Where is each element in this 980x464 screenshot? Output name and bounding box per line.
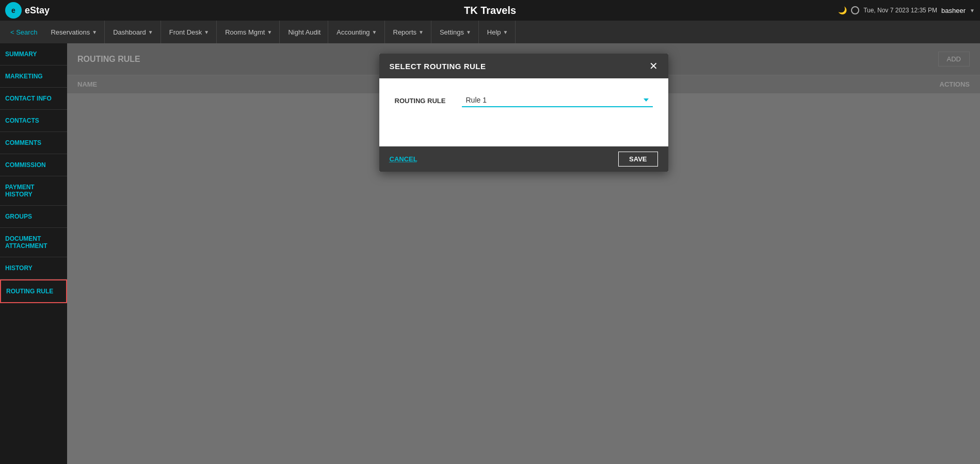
nav-label-settings: Settings	[440, 28, 464, 36]
logo-icon: e	[5, 2, 22, 19]
nav-arrow-settings: ▼	[466, 29, 471, 35]
nav-arrow-help: ▼	[503, 29, 508, 35]
username-label[interactable]: basheer	[941, 7, 966, 14]
nav-item-accounting[interactable]: Accounting ▼	[329, 21, 384, 43]
modal: SELECT ROUTING RULE ✕ ROUTING RULE Rule …	[379, 54, 668, 172]
sidebar-item-commission[interactable]: COMMISSION	[0, 154, 67, 176]
logo-area: e eStay	[5, 2, 50, 19]
content-area: ROUTING RULE ADD NAME ACTIONS SELECT ROU…	[67, 43, 980, 464]
nav-arrow-reservations: ▼	[92, 29, 97, 35]
nav-arrow-frontdesk: ▼	[204, 29, 209, 35]
user-info-area: 🌙 Tue, Nov 7 2023 12:35 PM basheer ▼	[838, 6, 975, 14]
nav-item-roomsmgmt[interactable]: Rooms Mgmt ▼	[218, 21, 280, 43]
username-arrow[interactable]: ▼	[970, 8, 975, 13]
nav-label-dashboard: Dashboard	[113, 28, 146, 36]
modal-header: SELECT ROUTING RULE ✕	[379, 54, 668, 78]
routing-rule-label: ROUTING RULE	[395, 97, 452, 105]
nav-item-nightaudit[interactable]: Night Audit	[281, 21, 328, 43]
nav-label-nightaudit: Night Audit	[288, 28, 320, 36]
top-header: e eStay TK Travels 🌙 Tue, Nov 7 2023 12:…	[0, 0, 980, 21]
sidebar-item-groups[interactable]: GROUPS	[0, 206, 67, 228]
cancel-button[interactable]: CANCEL	[390, 155, 417, 163]
nav-arrow-reports: ▼	[419, 29, 424, 35]
main-area: SUMMARY MARKETING CONTACT INFO CONTACTS …	[0, 43, 980, 464]
nav-item-dashboard[interactable]: Dashboard ▼	[106, 21, 161, 43]
nav-arrow-dashboard: ▼	[148, 29, 153, 35]
moon-icon: 🌙	[838, 6, 847, 14]
sidebar-item-history[interactable]: HISTORY	[0, 257, 67, 279]
sidebar-item-marketing[interactable]: MARKETING	[0, 65, 67, 88]
routing-rule-select[interactable]: Rule 1 Rule 2 Rule 3	[462, 94, 653, 107]
nav-item-reports[interactable]: Reports ▼	[386, 21, 431, 43]
nav-label-reports: Reports	[393, 28, 417, 36]
nav-item-reservations[interactable]: Reservations ▼	[43, 21, 105, 43]
nav-label-roomsmgmt: Rooms Mgmt	[225, 28, 265, 36]
nav-item-frontdesk[interactable]: Front Desk ▼	[162, 21, 217, 43]
modal-body: ROUTING RULE Rule 1 Rule 2 Rule 3	[379, 78, 668, 146]
modal-close-button[interactable]: ✕	[649, 61, 658, 71]
modal-overlay: SELECT ROUTING RULE ✕ ROUTING RULE Rule …	[67, 43, 980, 464]
sidebar-item-contacts[interactable]: CONTACTS	[0, 110, 67, 132]
sidebar: SUMMARY MARKETING CONTACT INFO CONTACTS …	[0, 43, 67, 464]
app-title: TK Travels	[464, 5, 516, 16]
sidebar-item-contact-info[interactable]: CONTACT INFO	[0, 88, 67, 110]
nav-arrow-accounting: ▼	[372, 29, 377, 35]
nav-label-help: Help	[487, 28, 501, 36]
nav-bar: < Search Reservations ▼ Dashboard ▼ Fron…	[0, 21, 980, 43]
nav-label-accounting: Accounting	[336, 28, 369, 36]
save-button[interactable]: SAVE	[618, 152, 657, 167]
sidebar-item-payment-history[interactable]: PAYMENT HISTORY	[0, 176, 67, 206]
nav-label-frontdesk: Front Desk	[169, 28, 202, 36]
sidebar-item-document-attachment[interactable]: DOCUMENT ATTACHMENT	[0, 228, 67, 257]
nav-item-settings[interactable]: Settings ▼	[432, 21, 479, 43]
nav-search[interactable]: < Search	[5, 28, 42, 36]
modal-footer: CANCEL SAVE	[379, 146, 668, 172]
nav-item-help[interactable]: Help ▼	[480, 21, 516, 43]
sidebar-item-routing-rule[interactable]: ROUTING RULE	[0, 279, 67, 303]
clock-icon	[851, 6, 859, 14]
nav-arrow-roomsmgmt: ▼	[267, 29, 272, 35]
logo-text: eStay	[25, 5, 50, 16]
sidebar-item-comments[interactable]: COMMENTS	[0, 132, 67, 154]
modal-title: SELECT ROUTING RULE	[390, 62, 486, 71]
nav-label-reservations: Reservations	[51, 28, 90, 36]
datetime-label: Tue, Nov 7 2023 12:35 PM	[863, 7, 937, 14]
form-row-routing-rule: ROUTING RULE Rule 1 Rule 2 Rule 3	[395, 94, 653, 107]
sidebar-item-summary[interactable]: SUMMARY	[0, 43, 67, 65]
